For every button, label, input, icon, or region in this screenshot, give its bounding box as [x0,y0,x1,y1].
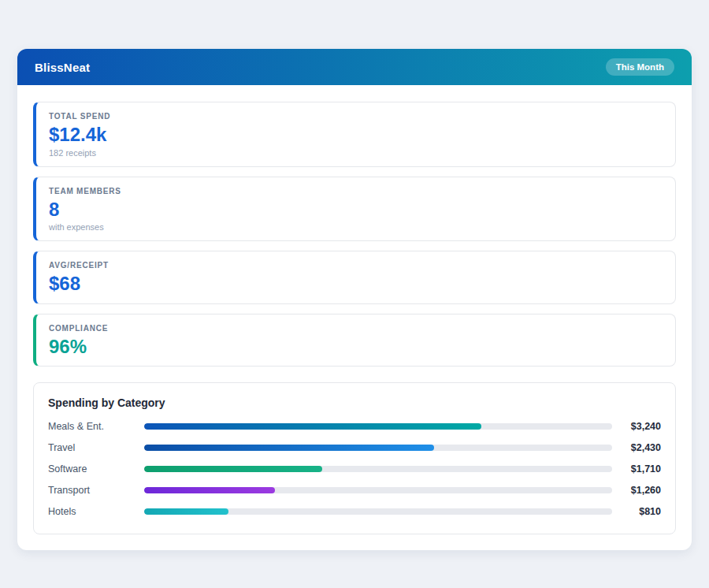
stat-value: $68 [49,273,663,295]
period-badge[interactable]: This Month [606,58,674,76]
dashboard-card: BlissNeat This Month TOTAL SPEND $12.4k … [17,49,692,550]
spending-by-category-card: Spending by Category Meals & Ent.$3,240T… [33,382,676,534]
category-value: $3,240 [612,421,661,432]
category-value: $2,430 [612,442,661,453]
category-value: $1,260 [612,485,661,496]
stat-label: TOTAL SPEND [49,112,663,121]
category-label: Software [48,463,144,474]
app-title: BlissNeat [35,61,90,74]
category-bar-track [144,445,612,451]
stat-value: 96% [49,336,663,358]
category-label: Hotels [48,506,144,517]
category-label: Meals & Ent. [48,421,144,432]
category-label: Transport [48,485,144,496]
category-bar-track [144,508,612,515]
category-bar-fill [144,423,481,430]
category-bar-fill [144,508,228,515]
category-row: Transport$1,260 [48,485,661,496]
stat-subtext: with expenses [49,222,663,232]
category-label: Travel [48,442,144,453]
stat-card-compliance: COMPLIANCE 96% [33,314,676,367]
stat-card-team-members: TEAM MEMBERS 8 with expenses [33,177,676,242]
category-bar-track [144,487,612,493]
category-row: Meals & Ent.$3,240 [48,421,661,432]
app-header: BlissNeat This Month [17,49,692,85]
stat-value: $12.4k [49,124,663,146]
category-bar-list: Meals & Ent.$3,240Travel$2,430Software$1… [48,421,661,517]
category-bar-fill [144,445,434,451]
stat-label: AVG/RECEIPT [49,261,663,270]
stat-card-avg-receipt: AVG/RECEIPT $68 [33,251,676,304]
category-row: Hotels$810 [48,506,661,517]
dashboard-body: TOTAL SPEND $12.4k 182 receipts TEAM MEM… [17,85,692,550]
stat-subtext: 182 receipts [49,148,663,158]
category-value: $1,710 [612,463,661,474]
stat-label: COMPLIANCE [49,324,663,333]
category-bar-track [144,466,612,472]
category-value: $810 [612,506,661,517]
category-bar-fill [144,466,322,472]
stat-label: TEAM MEMBERS [49,187,663,195]
stat-value: 8 [49,199,663,221]
stat-card-total-spend: TOTAL SPEND $12.4k 182 receipts [33,102,676,167]
category-row: Travel$2,430 [48,442,661,453]
category-row: Software$1,710 [48,463,661,474]
chart-title: Spending by Category [48,396,661,409]
category-bar-fill [144,487,275,493]
category-bar-track [144,423,612,430]
